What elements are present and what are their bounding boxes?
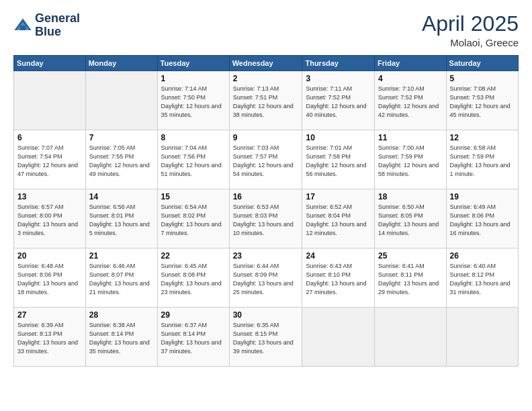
day-info: Sunrise: 6:46 AM Sunset: 8:07 PM Dayligh… [89, 262, 154, 297]
calendar-cell: 14Sunrise: 6:56 AM Sunset: 8:01 PM Dayli… [85, 189, 157, 248]
calendar-cell: 18Sunrise: 6:50 AM Sunset: 8:05 PM Dayli… [375, 189, 446, 248]
day-info: Sunrise: 6:53 AM Sunset: 8:03 PM Dayligh… [233, 203, 299, 238]
day-number: 13 [17, 192, 82, 201]
calendar-cell [302, 308, 375, 367]
day-number: 7 [89, 133, 154, 142]
day-number: 22 [161, 251, 226, 261]
day-info: Sunrise: 7:08 AM Sunset: 7:53 PM Dayligh… [450, 85, 515, 120]
calendar-week-0: 1Sunrise: 7:14 AM Sunset: 7:50 PM Daylig… [14, 71, 519, 130]
day-number: 5 [450, 74, 515, 83]
logo: General Blue [13, 12, 80, 39]
calendar-cell: 23Sunrise: 6:44 AM Sunset: 8:09 PM Dayli… [229, 248, 302, 308]
calendar-cell [14, 71, 86, 130]
day-number: 18 [378, 192, 442, 201]
day-number: 21 [89, 251, 154, 261]
day-info: Sunrise: 6:54 AM Sunset: 8:02 PM Dayligh… [161, 203, 226, 238]
day-info: Sunrise: 7:10 AM Sunset: 7:52 PM Dayligh… [378, 85, 442, 120]
day-info: Sunrise: 7:04 AM Sunset: 7:56 PM Dayligh… [161, 144, 226, 179]
day-info: Sunrise: 6:38 AM Sunset: 8:14 PM Dayligh… [89, 321, 154, 356]
header-monday: Monday [85, 56, 157, 71]
calendar-cell: 2Sunrise: 7:13 AM Sunset: 7:51 PM Daylig… [229, 71, 302, 130]
day-info: Sunrise: 6:49 AM Sunset: 8:06 PM Dayligh… [450, 203, 515, 238]
day-info: Sunrise: 7:11 AM Sunset: 7:52 PM Dayligh… [306, 85, 371, 120]
calendar-cell: 9Sunrise: 7:03 AM Sunset: 7:57 PM Daylig… [229, 130, 302, 189]
calendar-cell: 10Sunrise: 7:01 AM Sunset: 7:58 PM Dayli… [302, 130, 375, 189]
calendar-cell [375, 308, 446, 367]
day-number: 17 [306, 192, 371, 201]
logo-icon [13, 16, 32, 35]
header-sunday: Sunday [14, 56, 86, 71]
page-header: General Blue April 2025 Molaoi, Greece [13, 12, 519, 48]
day-number: 11 [378, 133, 442, 142]
calendar-cell: 21Sunrise: 6:46 AM Sunset: 8:07 PM Dayli… [85, 248, 157, 308]
day-number: 20 [17, 251, 82, 261]
calendar-title: April 2025 [422, 12, 519, 36]
calendar-cell: 29Sunrise: 6:37 AM Sunset: 8:14 PM Dayli… [157, 308, 229, 367]
day-info: Sunrise: 7:03 AM Sunset: 7:57 PM Dayligh… [233, 144, 299, 179]
calendar-cell: 3Sunrise: 7:11 AM Sunset: 7:52 PM Daylig… [302, 71, 375, 130]
calendar-week-1: 6Sunrise: 7:07 AM Sunset: 7:54 PM Daylig… [14, 130, 519, 189]
day-number: 8 [161, 133, 226, 142]
calendar-cell: 22Sunrise: 6:45 AM Sunset: 8:08 PM Dayli… [157, 248, 229, 308]
calendar-cell: 7Sunrise: 7:05 AM Sunset: 7:55 PM Daylig… [85, 130, 157, 189]
day-info: Sunrise: 6:58 AM Sunset: 7:59 PM Dayligh… [450, 144, 515, 179]
calendar-cell: 6Sunrise: 7:07 AM Sunset: 7:54 PM Daylig… [14, 130, 86, 189]
calendar-cell: 5Sunrise: 7:08 AM Sunset: 7:53 PM Daylig… [446, 71, 518, 130]
day-info: Sunrise: 7:01 AM Sunset: 7:58 PM Dayligh… [306, 144, 371, 179]
day-number: 10 [306, 133, 371, 142]
day-info: Sunrise: 6:43 AM Sunset: 8:10 PM Dayligh… [306, 262, 371, 297]
calendar-cell: 12Sunrise: 6:58 AM Sunset: 7:59 PM Dayli… [446, 130, 518, 189]
day-info: Sunrise: 6:50 AM Sunset: 8:05 PM Dayligh… [378, 203, 442, 238]
calendar-cell: 8Sunrise: 7:04 AM Sunset: 7:56 PM Daylig… [157, 130, 229, 189]
day-number: 4 [378, 74, 442, 83]
calendar-week-2: 13Sunrise: 6:57 AM Sunset: 8:00 PM Dayli… [14, 189, 519, 248]
calendar-cell: 19Sunrise: 6:49 AM Sunset: 8:06 PM Dayli… [446, 189, 518, 248]
day-number: 2 [233, 74, 299, 83]
day-number: 27 [17, 310, 82, 320]
day-info: Sunrise: 6:35 AM Sunset: 8:15 PM Dayligh… [233, 321, 299, 356]
day-info: Sunrise: 7:14 AM Sunset: 7:50 PM Dayligh… [161, 85, 226, 120]
day-info: Sunrise: 7:07 AM Sunset: 7:54 PM Dayligh… [17, 144, 82, 179]
day-info: Sunrise: 7:00 AM Sunset: 7:59 PM Dayligh… [378, 144, 442, 179]
day-info: Sunrise: 6:48 AM Sunset: 8:06 PM Dayligh… [17, 262, 82, 297]
calendar-cell: 28Sunrise: 6:38 AM Sunset: 8:14 PM Dayli… [85, 308, 157, 367]
calendar-cell: 16Sunrise: 6:53 AM Sunset: 8:03 PM Dayli… [229, 189, 302, 248]
svg-rect-2 [20, 26, 26, 30]
calendar-cell: 4Sunrise: 7:10 AM Sunset: 7:52 PM Daylig… [375, 71, 446, 130]
header-tuesday: Tuesday [157, 56, 229, 71]
header-thursday: Thursday [302, 56, 375, 71]
day-number: 14 [89, 192, 154, 201]
day-info: Sunrise: 7:13 AM Sunset: 7:51 PM Dayligh… [233, 85, 299, 120]
day-number: 16 [233, 192, 299, 201]
day-number: 6 [17, 133, 82, 142]
calendar-cell: 13Sunrise: 6:57 AM Sunset: 8:00 PM Dayli… [14, 189, 86, 248]
calendar-cell: 25Sunrise: 6:41 AM Sunset: 8:11 PM Dayli… [375, 248, 446, 308]
calendar-cell: 17Sunrise: 6:52 AM Sunset: 8:04 PM Dayli… [302, 189, 375, 248]
day-info: Sunrise: 6:56 AM Sunset: 8:01 PM Dayligh… [89, 203, 154, 238]
calendar-week-3: 20Sunrise: 6:48 AM Sunset: 8:06 PM Dayli… [14, 248, 519, 308]
calendar-cell [446, 308, 518, 367]
day-info: Sunrise: 6:39 AM Sunset: 8:13 PM Dayligh… [17, 321, 82, 356]
day-info: Sunrise: 6:57 AM Sunset: 8:00 PM Dayligh… [17, 203, 82, 238]
calendar-cell: 1Sunrise: 7:14 AM Sunset: 7:50 PM Daylig… [157, 71, 229, 130]
calendar-cell: 24Sunrise: 6:43 AM Sunset: 8:10 PM Dayli… [302, 248, 375, 308]
calendar-cell: 26Sunrise: 6:40 AM Sunset: 8:12 PM Dayli… [446, 248, 518, 308]
calendar-cell [85, 71, 157, 130]
calendar-cell: 30Sunrise: 6:35 AM Sunset: 8:15 PM Dayli… [229, 308, 302, 367]
day-info: Sunrise: 6:44 AM Sunset: 8:09 PM Dayligh… [233, 262, 299, 297]
day-info: Sunrise: 7:05 AM Sunset: 7:55 PM Dayligh… [89, 144, 154, 179]
day-number: 15 [161, 192, 226, 201]
day-info: Sunrise: 6:41 AM Sunset: 8:11 PM Dayligh… [378, 262, 442, 297]
header-friday: Friday [375, 56, 446, 71]
day-number: 26 [450, 251, 515, 261]
calendar-cell: 20Sunrise: 6:48 AM Sunset: 8:06 PM Dayli… [14, 248, 86, 308]
calendar-cell: 27Sunrise: 6:39 AM Sunset: 8:13 PM Dayli… [14, 308, 86, 367]
calendar-header-row: SundayMondayTuesdayWednesdayThursdayFrid… [14, 56, 519, 71]
day-info: Sunrise: 6:52 AM Sunset: 8:04 PM Dayligh… [306, 203, 371, 238]
day-number: 9 [233, 133, 299, 142]
day-number: 24 [306, 251, 371, 261]
day-number: 28 [89, 310, 154, 320]
calendar-location: Molaoi, Greece [422, 37, 519, 48]
day-info: Sunrise: 6:45 AM Sunset: 8:08 PM Dayligh… [161, 262, 226, 297]
day-number: 19 [450, 192, 515, 201]
